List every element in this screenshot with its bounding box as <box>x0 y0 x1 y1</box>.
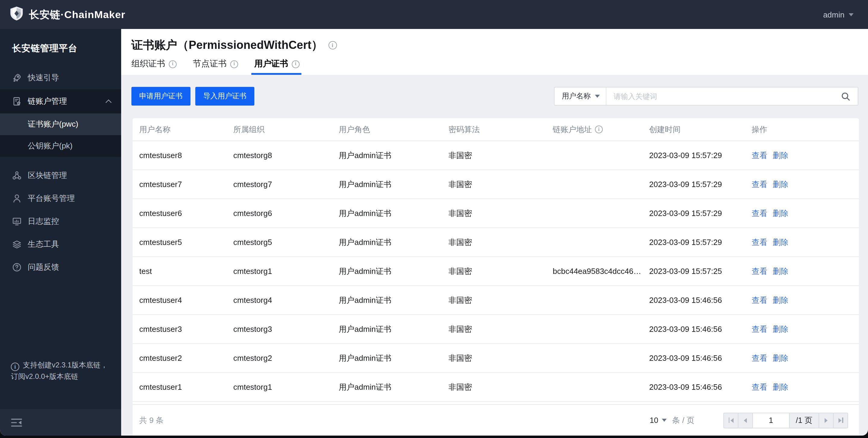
sidebar: 长安链管理平台 快速引导 链账户管理 证书账户(pwc) <box>0 29 121 436</box>
sidebar-item-pubkey-account-pk[interactable]: 公钥账户(pk) <box>0 135 121 157</box>
sidebar-item-label: 快速引导 <box>28 72 59 83</box>
info-icon[interactable] <box>169 60 177 68</box>
view-link[interactable]: 查看 <box>752 179 767 190</box>
last-page-icon <box>838 418 841 422</box>
blockchain-nodes-icon <box>12 171 22 180</box>
delete-link[interactable]: 删除 <box>773 353 788 363</box>
sidebar-item-label: 日志监控 <box>28 216 59 227</box>
tab-user-certificates[interactable]: 用户证书 <box>254 59 300 75</box>
apply-user-cert-button[interactable]: 申请用户证书 <box>131 87 190 106</box>
view-link[interactable]: 查看 <box>752 382 767 392</box>
col-algo: 密码算法 <box>448 124 553 135</box>
layers-icon <box>12 239 22 249</box>
user-menu[interactable]: admin <box>823 10 854 19</box>
col-address: 链账户地址 <box>553 124 649 135</box>
info-icon[interactable] <box>230 60 238 68</box>
view-link[interactable]: 查看 <box>752 295 767 305</box>
table-row: cmtestuser8 cmtestorg8 用户admin证书 非国密 202… <box>133 141 859 170</box>
view-link[interactable]: 查看 <box>752 150 767 161</box>
table-header-row: 用户名称 所属组织 用户角色 密码算法 链账户地址 创建时间 操作 <box>133 118 859 141</box>
sidebar-item-label: 生态工具 <box>28 239 59 250</box>
help-circle-icon <box>12 262 22 272</box>
delete-link[interactable]: 删除 <box>773 295 788 305</box>
view-link[interactable]: 查看 <box>752 266 767 276</box>
next-page-icon <box>825 418 828 422</box>
tab-org-certificates[interactable]: 组织证书 <box>131 59 177 75</box>
brand-logo[interactable]: 长安链·ChainMaker <box>10 6 125 23</box>
delete-link[interactable]: 删除 <box>773 208 788 219</box>
info-icon[interactable] <box>292 60 300 68</box>
table-row: test cmtestorg1 用户admin证书 非国密 bcbc44ea95… <box>133 257 859 286</box>
delete-link[interactable]: 删除 <box>773 382 788 392</box>
page-size-unit: 条 / 页 <box>672 415 694 426</box>
prev-page-icon <box>744 418 747 422</box>
toolbar: 申请用户证书 导入用户证书 用户名称 <box>131 87 858 106</box>
user-icon <box>12 194 22 203</box>
chainmaker-shield-icon <box>10 6 24 23</box>
search-icon[interactable] <box>841 91 850 101</box>
sidebar-item-label: 平台账号管理 <box>28 193 75 204</box>
view-link[interactable]: 查看 <box>752 237 767 247</box>
sidebar-footer <box>0 409 121 436</box>
rocket-icon <box>12 73 22 83</box>
sidebar-title: 长安链管理平台 <box>0 35 121 62</box>
prev-page-button[interactable] <box>738 412 753 428</box>
delete-link[interactable]: 删除 <box>773 237 788 247</box>
info-icon[interactable] <box>595 125 603 133</box>
sidebar-item-log-monitor[interactable]: 日志监控 <box>0 210 121 233</box>
monitor-chart-icon <box>12 216 22 226</box>
last-page-button[interactable] <box>833 412 848 428</box>
sidebar-version-note: 支持创建v2.3.1版本底链， 订阅v2.0.0+版本底链 <box>0 359 121 382</box>
table-footer: 共 9 条 10 条 / 页 1 /1 页 <box>133 404 859 436</box>
current-page-input[interactable]: 1 <box>752 412 789 428</box>
view-link[interactable]: 查看 <box>752 324 767 334</box>
delete-link[interactable]: 删除 <box>773 266 788 276</box>
info-icon[interactable] <box>328 41 337 50</box>
page-header: 证书账户（PermissionedWithCert） 组织证书 节点证书 用户证… <box>121 29 868 75</box>
pagination: 10 条 / 页 1 /1 页 <box>650 412 848 428</box>
view-link[interactable]: 查看 <box>752 208 767 219</box>
sidebar-item-eco-tools[interactable]: 生态工具 <box>0 233 121 256</box>
collapse-sidebar-icon[interactable] <box>11 418 22 427</box>
topbar: 长安链·ChainMaker admin <box>0 0 868 29</box>
sidebar-item-platform-account-mgmt[interactable]: 平台账号管理 <box>0 187 121 210</box>
sidebar-item-cert-account-pwc[interactable]: 证书账户(pwc) <box>0 113 121 135</box>
table-row: cmtestuser7 cmtestorg7 用户admin证书 非国密 202… <box>133 170 859 199</box>
sidebar-item-blockchain-mgmt[interactable]: 区块链管理 <box>0 164 121 187</box>
search-field-select[interactable]: 用户名称 <box>555 87 606 105</box>
app: 长安链·ChainMaker admin 长安链管理平台 快速引导 链账户管理 <box>0 0 868 438</box>
search-input[interactable] <box>607 92 841 100</box>
col-user-name: 用户名称 <box>133 124 233 135</box>
delete-link[interactable]: 删除 <box>773 179 788 190</box>
sidebar-item-quick-guide[interactable]: 快速引导 <box>0 66 121 89</box>
sidebar-item-chain-account-mgmt[interactable]: 链账户管理 <box>0 89 121 113</box>
sidebar-subitem-label: 证书账户(pwc) <box>28 119 79 130</box>
col-created: 创建时间 <box>649 124 752 135</box>
search-bar: 用户名称 <box>554 87 858 106</box>
page-title: 证书账户（PermissionedWithCert） <box>131 37 323 53</box>
tab-node-certificates[interactable]: 节点证书 <box>193 59 238 75</box>
chevron-down-icon <box>662 419 667 422</box>
user-name: admin <box>823 10 844 19</box>
delete-link[interactable]: 删除 <box>773 150 788 161</box>
page-size-select[interactable]: 10 <box>650 416 667 425</box>
chevron-down-icon <box>849 13 854 16</box>
table-row: cmtestuser1 cmtestorg1 用户admin证书 非国密 202… <box>133 373 859 402</box>
certificate-doc-icon <box>12 96 22 106</box>
next-page-button[interactable] <box>818 412 834 428</box>
brand-text: 长安链·ChainMaker <box>29 7 125 22</box>
import-user-cert-button[interactable]: 导入用户证书 <box>195 87 254 106</box>
col-org: 所属组织 <box>233 124 339 135</box>
table-card: 用户名称 所属组织 用户角色 密码算法 链账户地址 创建时间 操作 cmtest… <box>133 118 859 436</box>
sidebar-item-feedback[interactable]: 问题反馈 <box>0 256 121 279</box>
view-link[interactable]: 查看 <box>752 353 767 363</box>
col-role: 用户角色 <box>339 124 448 135</box>
table-row: cmtestuser2 cmtestorg2 用户admin证书 非国密 202… <box>133 344 859 373</box>
screen: 长安链·ChainMaker admin 长安链管理平台 快速引导 链账户管理 <box>0 0 868 438</box>
first-page-icon <box>730 418 733 422</box>
first-page-button[interactable] <box>723 412 738 428</box>
sidebar-item-label: 问题反馈 <box>28 262 59 273</box>
sidebar-subitem-label: 公钥账户(pk) <box>28 141 73 151</box>
sidebar-item-label: 链账户管理 <box>28 96 67 107</box>
delete-link[interactable]: 删除 <box>773 324 788 334</box>
